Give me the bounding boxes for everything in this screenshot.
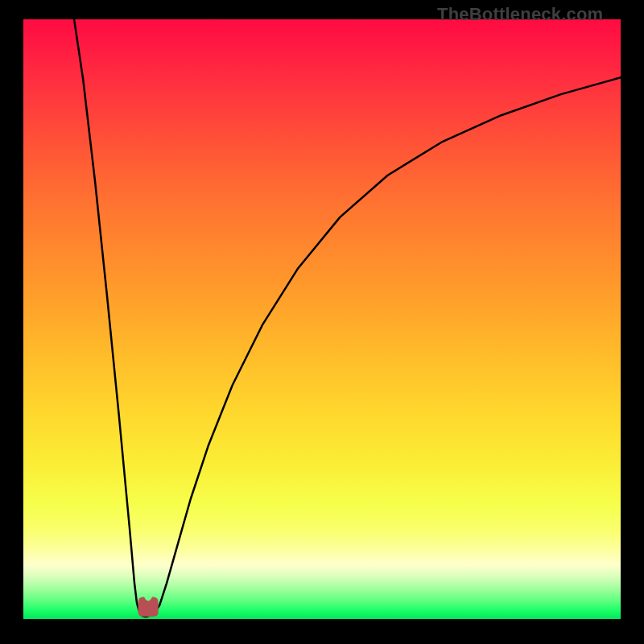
bottleneck-curve — [74, 19, 621, 617]
chart-svg — [0, 0, 644, 644]
notch-marker — [138, 597, 158, 617]
